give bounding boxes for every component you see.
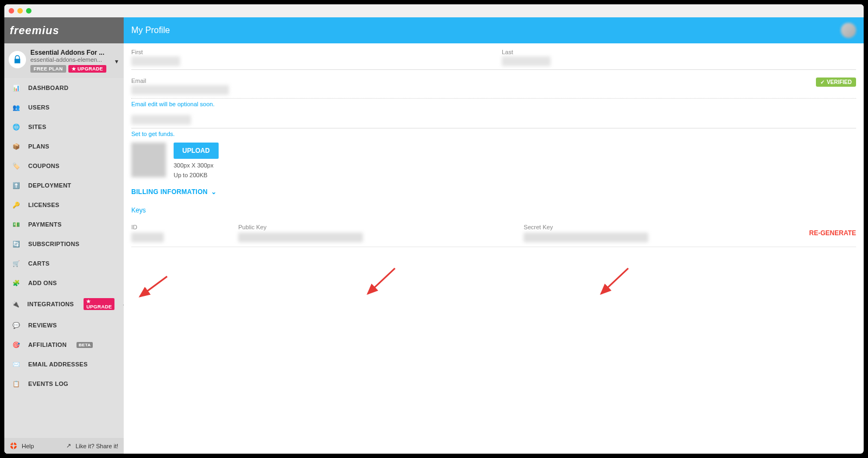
public-key-label: Public Key bbox=[238, 224, 513, 230]
chevron-down-icon: ⌄ bbox=[211, 188, 216, 196]
tag-icon: 🏷️ bbox=[12, 162, 21, 170]
last-name-input[interactable] bbox=[502, 56, 551, 66]
paypal-input[interactable] bbox=[131, 115, 191, 125]
upgrade-badge[interactable]: ★ UPGRADE bbox=[68, 65, 106, 73]
mail-icon: ✉️ bbox=[12, 360, 21, 369]
secret-key-label: Secret Key bbox=[524, 224, 798, 230]
funds-note: Set to get funds. bbox=[131, 131, 856, 137]
box-icon: 📦 bbox=[12, 142, 21, 151]
users-icon: 👥 bbox=[12, 103, 21, 112]
nav-sites[interactable]: 🌐SITES bbox=[4, 117, 124, 137]
nav-label: USERS bbox=[28, 104, 49, 111]
arrow-annotation-icon bbox=[362, 266, 400, 298]
nav-deployment[interactable]: ⬆️DEPLOYMENT bbox=[4, 176, 124, 195]
nav-plans[interactable]: 📦PLANS bbox=[4, 137, 124, 156]
close-dot[interactable] bbox=[9, 8, 14, 14]
nav-reviews[interactable]: 💬REVIEWS bbox=[4, 315, 124, 335]
svg-line-2 bbox=[601, 268, 628, 294]
money-icon: 💵 bbox=[12, 220, 21, 229]
nav-dashboard[interactable]: 📊DASHBOARD bbox=[4, 78, 124, 98]
plan-badge: FREE PLAN bbox=[30, 65, 66, 73]
email-input[interactable] bbox=[131, 85, 229, 95]
nav-label: DASHBOARD bbox=[28, 85, 68, 91]
key-icon: 🔑 bbox=[12, 201, 21, 209]
minimize-dot[interactable] bbox=[17, 8, 23, 14]
puzzle-icon: 🔌 bbox=[12, 300, 20, 308]
upload-button[interactable]: UPLOAD bbox=[174, 143, 219, 159]
sidebar-footer: 🛟 Help ↗ Like it? Share it! bbox=[4, 438, 124, 454]
avatar[interactable] bbox=[841, 23, 856, 38]
last-name-label: Last bbox=[502, 49, 856, 55]
nav-licenses[interactable]: 🔑LICENSES bbox=[4, 195, 124, 215]
product-slug: essential-addons-elemen... bbox=[30, 56, 119, 63]
chevron-down-icon[interactable]: ▼ bbox=[114, 59, 119, 64]
refresh-icon: 🔄 bbox=[12, 240, 21, 248]
help-icon: 🛟 bbox=[10, 442, 17, 449]
nav-label: DEPLOYMENT bbox=[28, 182, 71, 189]
email-label: Email bbox=[131, 78, 856, 84]
arrow-annotation-icon bbox=[135, 274, 173, 301]
upload-dim: 300px X 300px bbox=[174, 162, 219, 169]
share-link[interactable]: Like it? Share it! bbox=[75, 443, 118, 449]
verified-badge: ✓ VERIFIED bbox=[816, 78, 856, 87]
nav-label: INTEGRATIONS bbox=[27, 301, 74, 307]
arrow-annotation-icon bbox=[596, 266, 634, 298]
nav-label: SUBSCRIPTIONS bbox=[28, 241, 79, 247]
beta-badge: BETA bbox=[76, 342, 93, 348]
nav-label: REVIEWS bbox=[28, 322, 57, 328]
log-icon: 📋 bbox=[12, 379, 21, 388]
chat-icon: 💬 bbox=[12, 321, 21, 330]
nav-integrations[interactable]: 🔌INTEGRATIONS★ UPGRADE⌄ bbox=[4, 293, 124, 315]
nav-label: EVENTS LOG bbox=[28, 380, 68, 387]
mac-titlebar bbox=[4, 4, 864, 17]
id-value[interactable] bbox=[131, 233, 164, 242]
billing-toggle[interactable]: BILLING INFORMATION ⌄ bbox=[131, 188, 856, 196]
nav-label: ADD ONS bbox=[28, 280, 57, 286]
nav: 📊DASHBOARD 👥USERS 🌐SITES 📦PLANS 🏷️COUPON… bbox=[4, 78, 124, 438]
nav-label: AFFILIATION bbox=[28, 341, 67, 348]
lock-icon bbox=[9, 51, 26, 68]
content: First Last ✓ VERIFIED Email Email edit w… bbox=[124, 43, 864, 454]
page-header: My Profile bbox=[124, 17, 864, 43]
product-title: Essential Addons For ... bbox=[30, 49, 119, 56]
globe-icon: 🌐 bbox=[12, 122, 21, 131]
first-name-label: First bbox=[131, 49, 486, 55]
svg-line-1 bbox=[368, 268, 395, 294]
billing-label: BILLING INFORMATION bbox=[131, 188, 208, 196]
nav-label: PAYMENTS bbox=[28, 221, 62, 228]
chart-icon: 📊 bbox=[12, 83, 21, 92]
product-switcher[interactable]: Essential Addons For ... essential-addon… bbox=[4, 43, 124, 78]
nav-carts[interactable]: 🛒CARTS bbox=[4, 254, 124, 273]
share-icon: ↗ bbox=[66, 442, 71, 449]
nav-events[interactable]: 📋EVENTS LOG bbox=[4, 374, 124, 394]
target-icon: 🎯 bbox=[12, 340, 21, 349]
nav-coupons[interactable]: 🏷️COUPONS bbox=[4, 156, 124, 176]
secret-key-value[interactable] bbox=[524, 233, 648, 242]
nav-affiliation[interactable]: 🎯AFFILIATIONBETA bbox=[4, 335, 124, 354]
nav-label: PLANS bbox=[28, 143, 49, 150]
page-title: My Profile bbox=[131, 25, 170, 35]
cart-icon: 🛒 bbox=[12, 259, 21, 268]
help-link[interactable]: Help bbox=[22, 443, 34, 449]
public-key-value[interactable] bbox=[238, 233, 363, 242]
verified-label: VERIFIED bbox=[827, 79, 852, 85]
nav-payments[interactable]: 💵PAYMENTS bbox=[4, 215, 124, 234]
nav-label: CARTS bbox=[28, 260, 49, 267]
svg-line-0 bbox=[140, 276, 167, 296]
email-note: Email edit will be optional soon. bbox=[131, 101, 856, 107]
main: My Profile First Last ✓ VERIFIED E bbox=[124, 17, 864, 454]
nav-subscriptions[interactable]: 🔄SUBSCRIPTIONS bbox=[4, 234, 124, 254]
nav-addons[interactable]: 🧩ADD ONS bbox=[4, 273, 124, 293]
regenerate-link[interactable]: RE-GENERATE bbox=[809, 227, 856, 239]
upload-limit: Up to 200KB bbox=[174, 172, 219, 178]
nav-email[interactable]: ✉️EMAIL ADDRESSES bbox=[4, 354, 124, 374]
nav-users[interactable]: 👥USERS bbox=[4, 98, 124, 117]
nav-upgrade-badge: ★ UPGRADE bbox=[84, 298, 114, 310]
profile-thumb bbox=[131, 143, 166, 177]
upload-icon: ⬆️ bbox=[12, 181, 21, 190]
keys-title: Keys bbox=[131, 207, 856, 214]
nav-label: EMAIL ADDRESSES bbox=[28, 361, 88, 367]
maximize-dot[interactable] bbox=[26, 8, 31, 14]
first-name-input[interactable] bbox=[131, 56, 180, 66]
brand-logo: freemius bbox=[4, 17, 124, 43]
